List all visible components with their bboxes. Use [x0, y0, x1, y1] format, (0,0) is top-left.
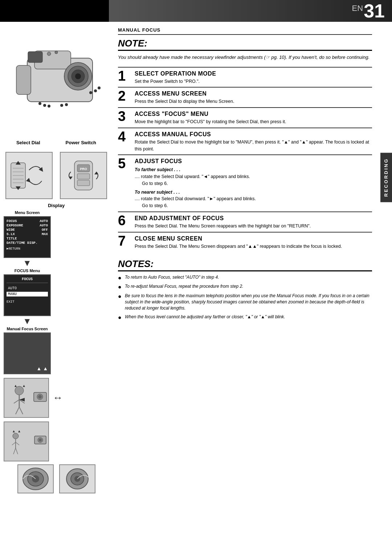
- note-bullet-2: ●: [118, 283, 123, 290]
- manual-focus-screen-label: Manual Focus Screen: [7, 327, 48, 331]
- step-7-desc: Press the Select Dial. The Menu Screen d…: [135, 243, 372, 250]
- svg-marker-42: [19, 398, 25, 401]
- step-5-nearer-goto: Go to step 6.: [142, 202, 372, 209]
- step-5-farther-title: To farther subject . . .: [135, 166, 372, 173]
- step-6-number: 6: [118, 214, 132, 230]
- screens-column: Menu Screen FOCUSAUTO EXPOSUREAUTO WIDEO…: [4, 210, 51, 374]
- step-2-content: ACCESS MENU SCREEN Press the Select Dial…: [135, 90, 372, 105]
- note-bullet-1: ●: [118, 274, 123, 281]
- svg-point-14: [65, 103, 68, 106]
- screens-area: Menu Screen FOCUSAUTO EXPOSUREAUTO WIDEO…: [4, 210, 109, 374]
- svg-text:▲: ▲: [12, 429, 16, 433]
- svg-line-48: [16, 442, 19, 445]
- lens-icon-2: [59, 464, 95, 493]
- svg-rect-7: [16, 65, 31, 94]
- svg-line-35: [14, 400, 19, 403]
- lens-icon-1: [17, 464, 54, 493]
- step-2-desc: Press the Select Dial to display the Men…: [135, 98, 372, 105]
- step-1-number: 1: [118, 69, 132, 85]
- svg-rect-6: [28, 52, 42, 62]
- focus-menu-screen: FOCUS AUTO MANU EXIT: [4, 274, 51, 316]
- step-5-sub-nearer: To nearer subject . . . .... rotate the …: [135, 189, 372, 209]
- step-4: 4 ACCESS MANUAL FOCUS Rotate the Select …: [118, 128, 372, 155]
- manual-focus-block: Manual Focus Screen ▲ ▲: [4, 327, 51, 374]
- manual-focus-screen: ▲ ▲: [4, 332, 51, 374]
- step-7-title: CLOSE MENU SCREEN: [135, 235, 372, 242]
- step-3-number: 3: [118, 109, 132, 125]
- svg-point-45: [13, 433, 19, 439]
- select-dial-img: [5, 152, 53, 199]
- svg-point-13: [60, 104, 63, 107]
- svg-rect-30: [77, 180, 90, 186]
- focus-image-1: ▲ ▲: [4, 378, 49, 418]
- svg-text:▲: ▲: [14, 384, 17, 388]
- note-text: You should already have made the necessa…: [118, 54, 372, 61]
- note-text-4: When the focus level cannot be adjusted …: [125, 314, 285, 320]
- step-5-sub-farther: To farther subject . . . .... rotate the…: [135, 166, 372, 187]
- step-5-farther-goto: Go to step 6.: [142, 180, 372, 187]
- camera-labels: Select Dial Power Switch: [4, 140, 109, 145]
- section-title: MANUAL FOCUS: [118, 27, 372, 35]
- select-dial-label: Select Dial: [16, 140, 40, 145]
- focus-menu-label: FOCUS Menu: [15, 269, 40, 273]
- step-7-content: CLOSE MENU SCREEN Press the Select Dial.…: [135, 235, 372, 250]
- camera-illustration: [4, 27, 109, 136]
- step-3-title: ACCESS "FOCUS" MENU: [135, 111, 372, 117]
- focus-image-2: ▲ ▲: [4, 421, 49, 461]
- step-7-number: 7: [118, 234, 132, 250]
- step-5-nearer-title: To nearer subject . . .: [135, 189, 372, 196]
- svg-point-41: [38, 395, 42, 399]
- svg-text:PRO: PRO: [80, 167, 87, 171]
- note-bullet-4: ●: [118, 314, 123, 321]
- svg-point-53: [39, 439, 42, 441]
- svg-point-9: [55, 51, 58, 54]
- svg-point-11: [43, 104, 46, 107]
- svg-line-49: [13, 448, 16, 454]
- notes-box: NOTES: ● To return to Auto Focus, select…: [118, 256, 372, 321]
- svg-line-38: [19, 407, 23, 414]
- recording-tab: RECORDING: [380, 153, 392, 202]
- svg-point-15: [89, 91, 92, 94]
- power-switch-label: Power Switch: [66, 140, 97, 145]
- step-1-title: SELECT OPERATION MODE: [135, 70, 372, 77]
- step-6-title: END ADJUSTMENT OF FOCUS: [135, 215, 372, 222]
- step-5-number: 5: [118, 157, 132, 209]
- note-bullet-3: ●: [118, 293, 123, 300]
- step-3-content: ACCESS "FOCUS" MENU Move the highlight b…: [135, 111, 372, 125]
- page-en-prefix: EN: [352, 4, 363, 13]
- step-4-title: ACCESS MANUAL FOCUS: [135, 131, 372, 138]
- menu-screen-label: Menu Screen: [15, 210, 40, 215]
- notes-heading: NOTES:: [118, 258, 372, 271]
- step-2: 2 ACCESS MENU SCREEN Press the Select Di…: [118, 87, 372, 107]
- right-column: MANUAL FOCUS NOTE: You should already ha…: [113, 22, 379, 328]
- svg-point-16: [94, 89, 97, 92]
- note-item-3: ● Be sure to focus the lens in the maxim…: [118, 293, 372, 312]
- svg-line-37: [16, 407, 19, 414]
- step-5-title: ADJUST FOCUS: [135, 158, 372, 165]
- step-6-content: END ADJUSTMENT OF FOCUS Press the Select…: [135, 215, 372, 230]
- arrow-down-2: ▼: [23, 316, 32, 327]
- step-3: 3 ACCESS "FOCUS" MENU Move the highlight…: [118, 107, 372, 128]
- step-6-desc: Press the Select Dial. The Menu Screen r…: [135, 223, 372, 230]
- svg-line-50: [16, 448, 18, 454]
- step-1-desc: Set the Power Switch to "PRO.".: [135, 78, 372, 85]
- step-2-title: ACCESS MENU SCREEN: [135, 90, 372, 97]
- step-5-content: ADJUST FOCUS To farther subject . . . ..…: [135, 158, 372, 209]
- step-5-farther-desc: .... rotate the Select Dial upward. "◄" …: [135, 173, 372, 180]
- svg-point-17: [98, 86, 101, 89]
- menu-screen: FOCUSAUTO EXPOSUREAUTO WIDEOFF S.LXMAX T…: [4, 216, 51, 258]
- return-label: ►RETURN: [7, 247, 48, 251]
- svg-rect-29: [77, 174, 90, 179]
- header-bar-left: [0, 0, 109, 22]
- exit-label: EXIT: [7, 300, 48, 304]
- arrow-right: ↔: [53, 378, 63, 418]
- note-text-2: To re-adjust Manual Focus, repeat the pr…: [125, 283, 243, 290]
- note-text-3: Be sure to focus the lens in the maximum…: [125, 293, 372, 312]
- step-1-content: SELECT OPERATION MODE Set the Power Swit…: [135, 70, 372, 85]
- step-2-number: 2: [118, 89, 132, 105]
- note-heading: NOTE:: [118, 38, 372, 51]
- focus-auto-item: AUTO: [7, 286, 48, 291]
- note-item-1: ● To return to Auto Focus, select "AUTO"…: [118, 274, 372, 281]
- dial-illustrations: PRO: [4, 152, 109, 199]
- display-label: Display: [4, 203, 109, 208]
